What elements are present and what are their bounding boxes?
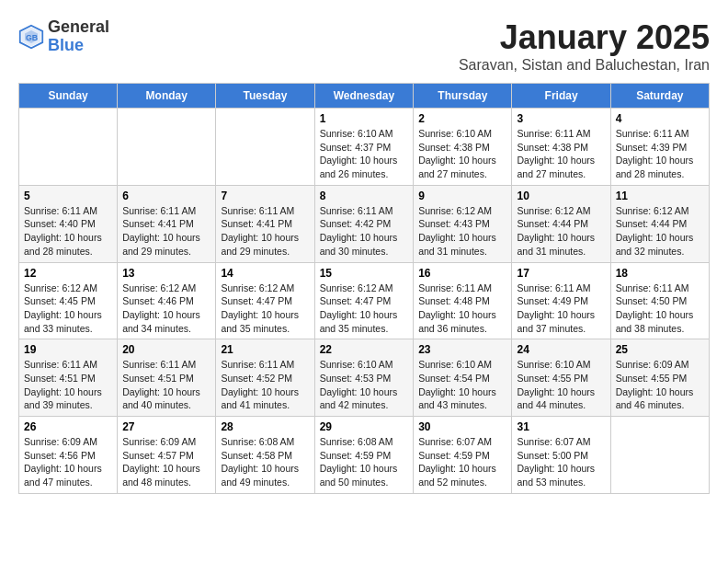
title-block: January 2025 Saravan, Sistan and Baluche… — [459, 18, 710, 74]
calendar-week-row: 5Sunrise: 6:11 AM Sunset: 4:40 PM Daylig… — [19, 185, 710, 262]
day-number: 14 — [221, 267, 309, 280]
day-of-week-header: Wednesday — [314, 84, 414, 109]
day-number: 16 — [418, 267, 506, 280]
calendar-day-cell: 29Sunrise: 6:08 AM Sunset: 4:59 PM Dayli… — [314, 417, 414, 494]
calendar-week-row: 12Sunrise: 6:12 AM Sunset: 4:45 PM Dayli… — [19, 262, 710, 339]
day-number: 5 — [24, 190, 112, 202]
day-number: 20 — [122, 343, 210, 356]
day-info: Sunrise: 6:10 AM Sunset: 4:54 PM Dayligh… — [418, 358, 506, 412]
calendar-day-cell — [19, 109, 118, 186]
day-info: Sunrise: 6:11 AM Sunset: 4:50 PM Dayligh… — [616, 282, 704, 336]
day-of-week-header: Tuesday — [216, 84, 314, 109]
calendar-day-cell: 28Sunrise: 6:08 AM Sunset: 4:58 PM Dayli… — [216, 417, 314, 494]
day-number: 4 — [616, 112, 704, 125]
day-info: Sunrise: 6:12 AM Sunset: 4:45 PM Dayligh… — [24, 282, 112, 336]
day-number: 31 — [517, 420, 605, 433]
calendar-day-cell: 5Sunrise: 6:11 AM Sunset: 4:40 PM Daylig… — [19, 185, 118, 262]
day-of-week-header: Friday — [512, 84, 610, 109]
day-info: Sunrise: 6:11 AM Sunset: 4:41 PM Dayligh… — [221, 204, 309, 259]
calendar-day-cell: 3Sunrise: 6:11 AM Sunset: 4:38 PM Daylig… — [512, 109, 610, 186]
calendar-day-cell: 11Sunrise: 6:12 AM Sunset: 4:44 PM Dayli… — [610, 185, 709, 262]
day-info: Sunrise: 6:11 AM Sunset: 4:39 PM Dayligh… — [616, 127, 704, 181]
day-number: 2 — [418, 112, 506, 125]
logo-general-text: General — [48, 18, 109, 37]
day-info: Sunrise: 6:12 AM Sunset: 4:47 PM Dayligh… — [221, 282, 309, 336]
day-number: 10 — [517, 190, 605, 202]
calendar-day-cell: 4Sunrise: 6:11 AM Sunset: 4:39 PM Daylig… — [610, 109, 709, 186]
calendar-day-cell: 30Sunrise: 6:07 AM Sunset: 4:59 PM Dayli… — [414, 417, 512, 494]
day-of-week-header: Sunday — [19, 84, 118, 109]
calendar-day-cell: 2Sunrise: 6:10 AM Sunset: 4:38 PM Daylig… — [414, 109, 512, 186]
day-info: Sunrise: 6:10 AM Sunset: 4:55 PM Dayligh… — [517, 358, 605, 412]
calendar-day-cell: 20Sunrise: 6:11 AM Sunset: 4:51 PM Dayli… — [118, 339, 216, 417]
calendar-table: SundayMondayTuesdayWednesdayThursdayFrid… — [18, 83, 710, 494]
page-header: GB General Blue January 2025 Saravan, Si… — [18, 18, 710, 74]
day-info: Sunrise: 6:11 AM Sunset: 4:49 PM Dayligh… — [517, 282, 605, 336]
day-info: Sunrise: 6:10 AM Sunset: 4:38 PM Dayligh… — [418, 127, 506, 181]
day-number: 22 — [320, 343, 409, 356]
calendar-day-cell: 13Sunrise: 6:12 AM Sunset: 4:46 PM Dayli… — [118, 262, 216, 339]
day-info: Sunrise: 6:08 AM Sunset: 4:59 PM Dayligh… — [320, 435, 409, 489]
day-info: Sunrise: 6:11 AM Sunset: 4:38 PM Dayligh… — [517, 127, 605, 181]
calendar-day-cell: 1Sunrise: 6:10 AM Sunset: 4:37 PM Daylig… — [314, 109, 414, 186]
day-info: Sunrise: 6:10 AM Sunset: 4:37 PM Dayligh… — [320, 127, 409, 181]
day-info: Sunrise: 6:12 AM Sunset: 4:44 PM Dayligh… — [616, 204, 704, 259]
calendar-day-cell — [610, 417, 709, 494]
calendar-day-cell: 19Sunrise: 6:11 AM Sunset: 4:51 PM Dayli… — [19, 339, 118, 417]
calendar-day-cell — [118, 109, 216, 186]
day-info: Sunrise: 6:12 AM Sunset: 4:47 PM Dayligh… — [320, 282, 409, 336]
day-number: 21 — [221, 343, 309, 356]
logo: GB General Blue — [18, 18, 109, 55]
calendar-day-cell: 31Sunrise: 6:07 AM Sunset: 5:00 PM Dayli… — [512, 417, 610, 494]
day-number: 7 — [221, 190, 309, 202]
day-of-week-header: Monday — [118, 84, 216, 109]
location-subtitle: Saravan, Sistan and Baluchestan, Iran — [459, 57, 710, 74]
day-number: 18 — [616, 267, 704, 280]
day-number: 15 — [320, 267, 409, 280]
day-info: Sunrise: 6:11 AM Sunset: 4:41 PM Dayligh… — [122, 204, 210, 259]
day-info: Sunrise: 6:11 AM Sunset: 4:52 PM Dayligh… — [221, 358, 309, 412]
calendar-week-row: 19Sunrise: 6:11 AM Sunset: 4:51 PM Dayli… — [19, 339, 710, 417]
day-info: Sunrise: 6:12 AM Sunset: 4:44 PM Dayligh… — [517, 204, 605, 259]
day-info: Sunrise: 6:11 AM Sunset: 4:48 PM Dayligh… — [418, 282, 506, 336]
day-number: 3 — [517, 112, 605, 125]
day-number: 6 — [122, 190, 210, 202]
day-info: Sunrise: 6:10 AM Sunset: 4:53 PM Dayligh… — [320, 358, 409, 412]
day-info: Sunrise: 6:11 AM Sunset: 4:51 PM Dayligh… — [122, 358, 210, 412]
calendar-day-cell: 18Sunrise: 6:11 AM Sunset: 4:50 PM Dayli… — [610, 262, 709, 339]
day-number: 13 — [122, 267, 210, 280]
day-number: 28 — [221, 420, 309, 433]
day-number: 11 — [616, 190, 704, 202]
calendar-day-cell: 21Sunrise: 6:11 AM Sunset: 4:52 PM Dayli… — [216, 339, 314, 417]
calendar-week-row: 1Sunrise: 6:10 AM Sunset: 4:37 PM Daylig… — [19, 109, 710, 186]
day-number: 27 — [122, 420, 210, 433]
calendar-day-cell: 16Sunrise: 6:11 AM Sunset: 4:48 PM Dayli… — [414, 262, 512, 339]
day-info: Sunrise: 6:11 AM Sunset: 4:51 PM Dayligh… — [24, 358, 112, 412]
day-number: 1 — [320, 112, 409, 125]
day-info: Sunrise: 6:12 AM Sunset: 4:46 PM Dayligh… — [122, 282, 210, 336]
calendar-header-row: SundayMondayTuesdayWednesdayThursdayFrid… — [19, 84, 710, 109]
calendar-day-cell: 9Sunrise: 6:12 AM Sunset: 4:43 PM Daylig… — [414, 185, 512, 262]
day-info: Sunrise: 6:11 AM Sunset: 4:42 PM Dayligh… — [320, 204, 409, 259]
day-number: 23 — [418, 343, 506, 356]
day-number: 26 — [24, 420, 112, 433]
calendar-day-cell: 22Sunrise: 6:10 AM Sunset: 4:53 PM Dayli… — [314, 339, 414, 417]
logo-icon: GB — [18, 24, 44, 50]
calendar-week-row: 26Sunrise: 6:09 AM Sunset: 4:56 PM Dayli… — [19, 417, 710, 494]
day-of-week-header: Saturday — [610, 84, 709, 109]
calendar-day-cell: 10Sunrise: 6:12 AM Sunset: 4:44 PM Dayli… — [512, 185, 610, 262]
day-number: 12 — [24, 267, 112, 280]
calendar-day-cell: 23Sunrise: 6:10 AM Sunset: 4:54 PM Dayli… — [414, 339, 512, 417]
day-info: Sunrise: 6:12 AM Sunset: 4:43 PM Dayligh… — [418, 204, 506, 259]
calendar-day-cell: 15Sunrise: 6:12 AM Sunset: 4:47 PM Dayli… — [314, 262, 414, 339]
calendar-day-cell: 17Sunrise: 6:11 AM Sunset: 4:49 PM Dayli… — [512, 262, 610, 339]
month-title: January 2025 — [459, 18, 710, 57]
calendar-day-cell: 26Sunrise: 6:09 AM Sunset: 4:56 PM Dayli… — [19, 417, 118, 494]
calendar-day-cell: 7Sunrise: 6:11 AM Sunset: 4:41 PM Daylig… — [216, 185, 314, 262]
day-of-week-header: Thursday — [414, 84, 512, 109]
calendar-day-cell: 6Sunrise: 6:11 AM Sunset: 4:41 PM Daylig… — [118, 185, 216, 262]
calendar-day-cell: 27Sunrise: 6:09 AM Sunset: 4:57 PM Dayli… — [118, 417, 216, 494]
calendar-day-cell: 8Sunrise: 6:11 AM Sunset: 4:42 PM Daylig… — [314, 185, 414, 262]
day-info: Sunrise: 6:07 AM Sunset: 5:00 PM Dayligh… — [517, 435, 605, 489]
day-number: 17 — [517, 267, 605, 280]
